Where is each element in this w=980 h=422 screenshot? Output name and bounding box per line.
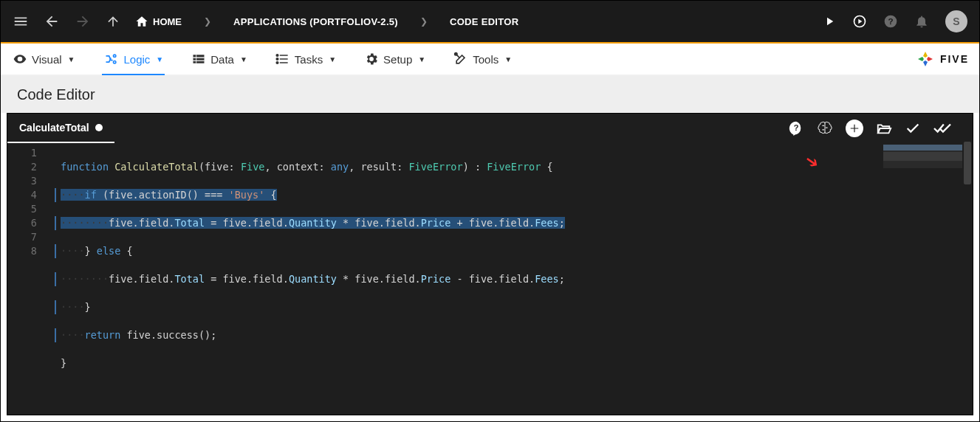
open-folder-icon[interactable] (875, 120, 893, 136)
vertical-scrollbar[interactable] (962, 114, 973, 415)
page-title: Code Editor (17, 86, 95, 103)
tab-data-label: Data (210, 53, 234, 66)
file-tab-calculatetotal[interactable]: CalculateTotal (7, 114, 114, 143)
forward-icon (75, 13, 91, 30)
avatar[interactable]: S (945, 10, 967, 32)
line-gutter: 1 2 3 4 5 6 7 8 (7, 143, 44, 398)
check-icon[interactable] (905, 120, 921, 136)
up-icon[interactable] (106, 14, 120, 29)
hamburger-icon[interactable] (13, 13, 29, 30)
brand-name: FIVE (940, 53, 969, 65)
back-icon[interactable] (44, 13, 60, 30)
svg-point-5 (276, 55, 278, 57)
tab-tasks[interactable]: Tasks▼ (274, 44, 337, 74)
tab-setup-label: Setup (383, 53, 412, 66)
brand-logo: FIVE (916, 50, 969, 68)
run-icon[interactable] (823, 15, 836, 28)
editor-help-icon[interactable]: ? (788, 120, 804, 136)
editor: CalculateTotal ? ➔ 1 (7, 113, 973, 415)
svg-point-8 (455, 53, 457, 55)
tab-tools[interactable]: Tools▼ (452, 44, 513, 74)
explore-icon[interactable] (852, 14, 867, 29)
chevron-icon: ❯ (413, 16, 435, 27)
unsaved-dot-icon (95, 124, 103, 131)
breadcrumb-home[interactable]: HOME (135, 15, 182, 28)
file-tab-label: CalculateTotal (19, 122, 89, 134)
svg-point-7 (276, 62, 278, 64)
tab-tasks-label: Tasks (295, 53, 323, 66)
page-title-bar: Code Editor (1, 76, 979, 113)
tab-data[interactable]: Data▼ (190, 44, 249, 74)
svg-text:?: ? (794, 123, 799, 132)
brain-icon[interactable] (816, 120, 834, 136)
svg-point-6 (276, 58, 278, 60)
bell-icon[interactable] (914, 14, 929, 29)
svg-point-4 (113, 61, 115, 63)
check-all-icon[interactable] (933, 120, 952, 136)
top-bar: HOME ❯ APPLICATIONS (PORTFOLIOV-2.5) ❯ C… (1, 1, 979, 42)
help-icon[interactable]: ? (883, 14, 898, 29)
code-area[interactable]: 1 2 3 4 5 6 7 8 function CalculateTotal(… (7, 143, 973, 398)
breadcrumb-applications[interactable]: APPLICATIONS (PORTFOLIOV-2.5) (233, 16, 398, 27)
tab-setup[interactable]: Setup▼ (363, 44, 427, 74)
tab-logic[interactable]: Logic▼ (102, 44, 165, 75)
tab-visual[interactable]: Visual▼ (11, 44, 77, 74)
tab-logic-label: Logic (124, 53, 151, 66)
tab-visual-label: Visual (32, 53, 62, 66)
main-tabs: Visual▼ Logic▼ Data▼ Tasks▼ Setup▼ Tools… (1, 44, 979, 76)
chevron-icon: ❯ (196, 16, 219, 27)
svg-text:?: ? (888, 16, 893, 26)
tab-tools-label: Tools (473, 53, 498, 66)
editor-tabbar: CalculateTotal ? (7, 114, 973, 143)
minimap[interactable] (883, 145, 968, 168)
breadcrumb-codeeditor[interactable]: CODE EDITOR (450, 16, 518, 27)
avatar-initial: S (953, 15, 959, 27)
svg-point-3 (113, 55, 115, 57)
breadcrumb-home-label: HOME (153, 16, 182, 27)
code-body[interactable]: function CalculateTotal(five: Five, cont… (44, 143, 973, 398)
add-button[interactable] (846, 120, 863, 137)
